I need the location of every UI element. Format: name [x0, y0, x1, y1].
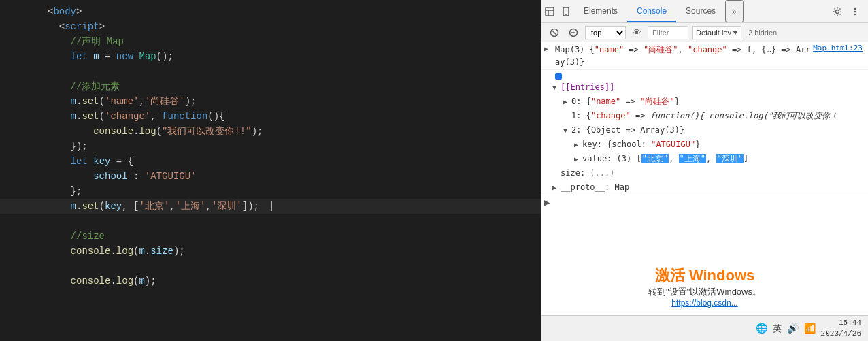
svg-point-5: [836, 10, 839, 13]
map-blue-dot: [541, 70, 868, 80]
tree-entry-1[interactable]: 1: {"change" => function(){ console.log(…: [541, 109, 868, 123]
entry-expand-icon[interactable]: ▶: [544, 44, 555, 52]
code-line: let key = {: [0, 154, 541, 169]
svg-point-8: [854, 13, 856, 14]
watermark-title: 激活 Windows: [655, 265, 754, 286]
code-line: console.log(m.size);: [0, 244, 541, 259]
devtools-panel: Elements Console Sources »: [541, 0, 868, 341]
clear-console-icon[interactable]: [547, 25, 562, 40]
tab-right-icons: [830, 0, 868, 22]
console-toolbar: top 👁 Default lev 2 hidden: [541, 23, 868, 42]
code-content: <body> <script> //声明 Map let m = new Map…: [0, 0, 541, 293]
taskbar-icon-volume[interactable]: 🔊: [787, 323, 799, 334]
svg-rect-0: [546, 7, 554, 16]
tree-entry-2-value[interactable]: ▶ value: (3) ["北京", "上海", "深圳"]: [541, 152, 868, 166]
tab-more[interactable]: »: [725, 0, 744, 22]
map-header-text: Map(3) {"name" => "尚硅谷", "change" => f, …: [555, 45, 811, 67]
svg-point-6: [854, 7, 856, 9]
taskbar-icon-network[interactable]: 🌐: [756, 323, 767, 334]
taskbar-icon-network2[interactable]: 📶: [804, 323, 816, 334]
code-line: <body>: [0, 4, 541, 19]
tab-sources[interactable]: Sources: [676, 0, 725, 22]
taskbar-icon-lang[interactable]: 英: [773, 323, 782, 335]
devtools-inspect-icon[interactable]: [541, 0, 558, 23]
watermark-subtitle: 转到"设置"以激活Windows。: [648, 286, 761, 298]
tree-size: size: (...): [541, 166, 868, 180]
eye-icon[interactable]: 👁: [630, 26, 644, 39]
watermark-url[interactable]: https://blog.csdn...: [671, 298, 737, 308]
filter-input[interactable]: [648, 26, 688, 39]
devtools-tabs: Elements Console Sources »: [541, 0, 868, 23]
code-line: //添加元素: [0, 79, 541, 94]
tree-proto[interactable]: ▶ __proto__: Map: [541, 180, 868, 195]
tree-entries[interactable]: ▼ [[Entries]]: [541, 80, 868, 95]
tree-entry-2[interactable]: ▼ 2: {Object => Array(3)}: [541, 123, 868, 137]
console-prompt: ▶: [541, 195, 868, 209]
code-line: console.log(m);: [0, 274, 541, 289]
code-line: });: [0, 139, 541, 154]
devtools-more-options-icon[interactable]: [848, 4, 863, 19]
code-line: let m = new Map();: [0, 49, 541, 64]
code-line: //size: [0, 229, 541, 244]
windows-watermark: 激活 Windows 转到"设置"以激活Windows。 https://blo…: [541, 259, 868, 314]
tab-elements[interactable]: Elements: [574, 0, 627, 22]
source-link[interactable]: Map.html:23: [813, 44, 868, 52]
windows-taskbar: 🌐 英 🔊 📶 15:44 2023/4/26: [541, 315, 868, 341]
context-selector[interactable]: top: [585, 26, 626, 39]
hidden-count-badge: 2 hidden: [746, 29, 780, 37]
code-line: m.set('change', function(){: [0, 109, 541, 124]
code-line: [0, 64, 541, 79]
code-line: m.set('name','尚硅谷');: [0, 94, 541, 109]
devtools-settings-icon[interactable]: [830, 4, 845, 19]
svg-point-7: [854, 10, 856, 12]
code-line: console.log("我们可以改变你!!");: [0, 124, 541, 139]
code-line: <script>: [0, 19, 541, 34]
code-line: [0, 259, 541, 274]
tree-entry-2-key[interactable]: ▶ key: {school: "ATGUIGU"}: [541, 137, 868, 152]
code-line: school : 'ATGUIGU': [0, 169, 541, 184]
code-line: //声明 Map: [0, 34, 541, 49]
code-line: };: [0, 184, 541, 199]
preserve-log-icon[interactable]: [566, 25, 581, 40]
tab-console[interactable]: Console: [627, 0, 676, 22]
code-line: [0, 214, 541, 229]
devtools-mobile-icon[interactable]: [558, 0, 574, 23]
console-entry-map: ▶ Map(3) {"name" => "尚硅谷", "change" => f…: [541, 42, 868, 70]
default-level-button[interactable]: Default lev: [692, 26, 741, 39]
code-line: m.set(key, ['北京','上海','深圳']);: [0, 199, 541, 214]
code-editor: <body> <script> //声明 Map let m = new Map…: [0, 0, 541, 341]
tree-entry-0[interactable]: ▶ 0: {"name" => "尚硅谷"}: [541, 95, 868, 109]
svg-line-10: [552, 31, 556, 35]
taskbar-datetime: 15:44 2023/4/26: [821, 318, 861, 339]
